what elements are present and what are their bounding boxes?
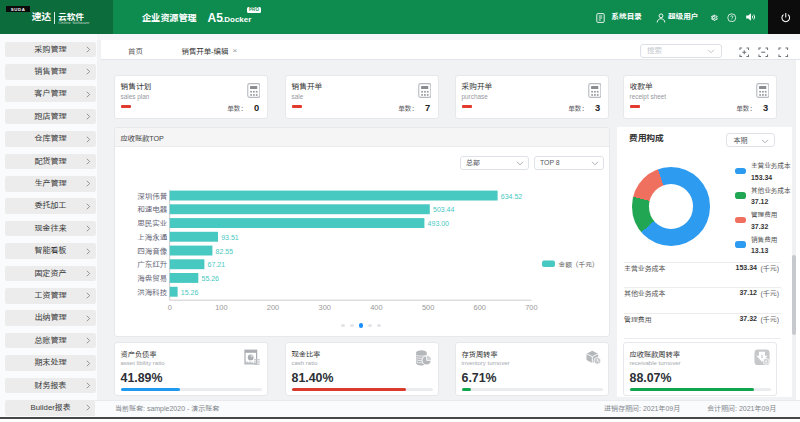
svg-text:200: 200 — [267, 303, 279, 312]
svg-text:上海永通: 上海永通 — [137, 233, 167, 242]
svg-text:67.21: 67.21 — [208, 261, 226, 268]
svg-text:0: 0 — [168, 303, 172, 312]
svg-text:四海音像: 四海音像 — [137, 247, 167, 256]
svg-text:海盘贸易: 海盘贸易 — [137, 274, 167, 283]
svg-text:500: 500 — [422, 303, 434, 312]
svg-text:93.51: 93.51 — [221, 234, 239, 241]
svg-text:100: 100 — [215, 303, 227, 312]
svg-text:493.00: 493.00 — [428, 220, 450, 227]
svg-text:15.26: 15.26 — [181, 289, 199, 296]
svg-text:82.55: 82.55 — [216, 248, 234, 255]
svg-text:深圳伟普: 深圳伟普 — [137, 192, 167, 201]
svg-text:400: 400 — [370, 303, 382, 312]
svg-text:700: 700 — [525, 303, 537, 312]
svg-text:广东红升: 广东红升 — [137, 260, 167, 269]
svg-text:300: 300 — [319, 303, 331, 312]
svg-text:思民实业: 思民实业 — [137, 219, 167, 228]
svg-text:洪海科技: 洪海科技 — [137, 288, 167, 297]
svg-text:634.52: 634.52 — [501, 193, 523, 200]
svg-text:600: 600 — [474, 303, 486, 312]
svg-text:503.44: 503.44 — [433, 206, 455, 213]
svg-text:金额（千元）: 金额（千元） — [559, 261, 599, 269]
svg-text:和速电器: 和速电器 — [137, 205, 167, 214]
svg-text:55.26: 55.26 — [202, 275, 220, 282]
